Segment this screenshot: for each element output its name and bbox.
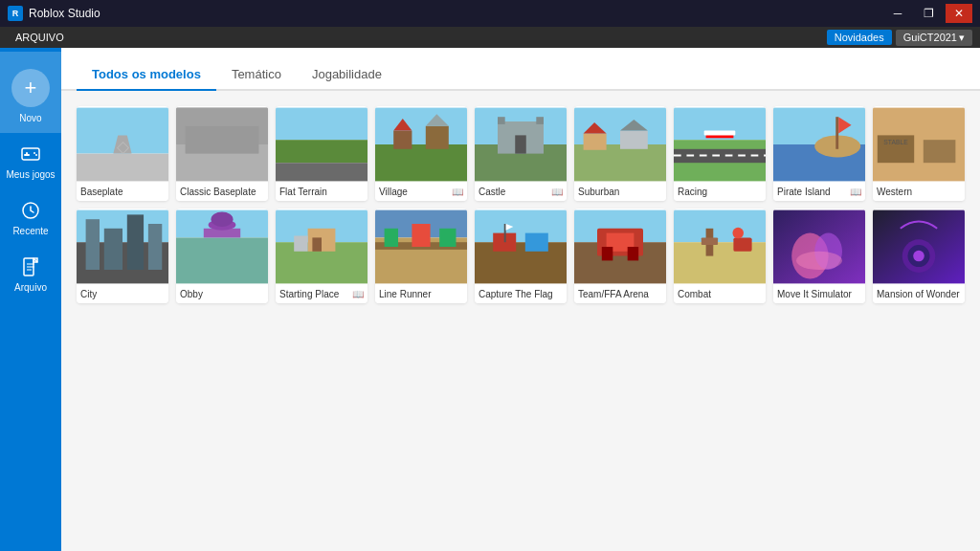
template-card-village[interactable]: Village📖 — [375, 106, 467, 201]
template-label-text-combat: Combat — [678, 289, 711, 299]
template-card-suburban[interactable]: Suburban — [574, 106, 666, 201]
window-controls: ─ ❐ ✕ — [884, 4, 972, 23]
template-label-text-team-ffa-arena: Team/FFA Arena — [578, 289, 649, 299]
svg-rect-57 — [104, 229, 122, 270]
recent-icon — [19, 199, 42, 222]
template-thumb-move-it-simulator — [773, 209, 865, 285]
template-label-text-suburban: Suburban — [578, 187, 619, 197]
restore-button[interactable]: ❐ — [915, 4, 942, 23]
svg-rect-2 — [24, 154, 30, 156]
svg-rect-22 — [375, 144, 467, 181]
mygames-icon — [19, 143, 42, 165]
svg-rect-21 — [375, 108, 467, 144]
svg-rect-87 — [628, 247, 639, 260]
svg-rect-75 — [439, 229, 456, 247]
template-thumb-flat-terrain — [276, 106, 368, 183]
file-icon — [19, 255, 42, 278]
template-card-pirate-island[interactable]: Pirate Island📖 — [773, 106, 865, 201]
svg-rect-86 — [602, 247, 613, 260]
book-icon-village: 📖 — [452, 187, 463, 197]
template-card-mansion-of-wonder[interactable]: Mansion of Wonder — [873, 209, 965, 303]
sidebar-label-new: Novo — [19, 113, 41, 123]
svg-text:◇: ◇ — [117, 137, 130, 156]
template-card-team-ffa-arena[interactable]: Team/FFA Arena — [574, 209, 666, 303]
template-label-combat: Combat — [674, 285, 766, 303]
template-thumb-suburban — [574, 106, 666, 183]
svg-rect-20 — [276, 163, 368, 181]
svg-rect-35 — [584, 133, 607, 149]
template-thumb-city — [77, 209, 168, 285]
svg-rect-69 — [294, 235, 307, 251]
svg-point-93 — [732, 228, 744, 239]
template-label-village: Village📖 — [375, 183, 467, 201]
templates-grid: ◇BaseplateClassic BaseplateFlat TerrainV… — [77, 106, 965, 303]
svg-rect-44 — [704, 131, 736, 136]
svg-point-97 — [796, 252, 842, 270]
template-label-team-ffa-arena: Team/FFA Arena — [574, 285, 666, 303]
menu-bar: ARQUIVO Novidades GuiCT2021 ▾ — [0, 27, 980, 48]
template-card-move-it-simulator[interactable]: Move It Simulator — [773, 209, 865, 303]
app-title: Roblox Studio — [29, 7, 884, 20]
svg-rect-61 — [176, 237, 268, 283]
svg-rect-74 — [412, 224, 430, 247]
template-card-classic-baseplate[interactable]: Classic Baseplate — [176, 106, 268, 201]
template-label-move-it-simulator: Move It Simulator — [773, 285, 865, 303]
sidebar-item-mygames[interactable]: Meus jogos — [0, 133, 61, 189]
template-card-western[interactable]: STABLEWestern — [873, 106, 965, 201]
template-thumb-obby — [176, 209, 268, 285]
template-card-starting-place[interactable]: Starting Place📖 — [276, 209, 368, 303]
template-label-text-baseplate: Baseplate — [80, 187, 122, 197]
sidebar-item-new[interactable]: + Novo — [0, 52, 61, 133]
new-icon: + — [11, 69, 50, 107]
template-label-text-starting-place: Starting Place — [279, 289, 339, 299]
svg-rect-73 — [385, 229, 398, 247]
svg-rect-32 — [515, 135, 526, 153]
template-label-obby: Obby — [176, 285, 268, 303]
template-thumb-classic-baseplate — [176, 106, 268, 183]
book-icon-pirate-island: 📖 — [850, 187, 861, 197]
template-label-text-mansion-of-wonder: Mansion of Wonder — [877, 289, 960, 299]
guict-button[interactable]: GuiCT2021 ▾ — [896, 30, 972, 46]
template-thumb-capture-the-flag — [475, 209, 567, 285]
tab-gameplay[interactable]: Jogabilidade — [297, 59, 397, 91]
template-label-western: Western — [873, 183, 965, 201]
sidebar-item-recent[interactable]: Recente — [0, 189, 61, 246]
novidades-button[interactable]: Novidades — [827, 30, 892, 45]
template-card-racing[interactable]: Racing — [674, 106, 766, 201]
sidebar-label-file: Arquivo — [14, 282, 47, 293]
sidebar: + Novo Meus jogos Rec — [0, 48, 61, 551]
tab-all-models[interactable]: Todos os modelos — [77, 59, 216, 91]
template-card-baseplate[interactable]: ◇Baseplate — [77, 106, 168, 201]
template-thumb-pirate-island — [773, 106, 865, 183]
svg-rect-53 — [924, 140, 956, 163]
menu-arquivo[interactable]: ARQUIVO — [8, 30, 72, 45]
svg-rect-48 — [835, 117, 838, 149]
svg-point-3 — [33, 152, 35, 154]
template-label-classic-baseplate: Classic Baseplate — [176, 183, 268, 201]
close-button[interactable]: ✕ — [946, 4, 972, 23]
template-thumb-castle — [475, 106, 567, 183]
template-label-text-line-runner: Line Runner — [379, 289, 431, 299]
svg-rect-92 — [733, 237, 751, 251]
template-card-castle[interactable]: Castle📖 — [475, 106, 567, 201]
tab-thematic[interactable]: Temático — [216, 59, 297, 91]
template-label-pirate-island: Pirate Island📖 — [773, 183, 865, 201]
template-card-line-runner[interactable]: Line Runner — [375, 209, 467, 303]
template-thumb-western: STABLE — [873, 106, 965, 183]
svg-rect-88 — [674, 210, 766, 243]
sidebar-label-mygames: Meus jogos — [6, 169, 55, 180]
app-logo: R — [8, 6, 23, 21]
sidebar-item-file[interactable]: Arquivo — [0, 246, 61, 302]
template-card-combat[interactable]: Combat — [674, 209, 766, 303]
template-card-capture-the-flag[interactable]: Capture The Flag — [475, 209, 567, 303]
template-label-text-castle: Castle — [479, 187, 505, 197]
minimize-button[interactable]: ─ — [884, 4, 911, 23]
template-card-obby[interactable]: Obby — [176, 209, 268, 303]
template-label-baseplate: Baseplate — [77, 183, 168, 201]
svg-rect-58 — [127, 214, 144, 270]
content-area: Todos os modelos Temático Jogabilidade ◇… — [61, 48, 980, 551]
tabs-bar: Todos os modelos Temático Jogabilidade — [61, 48, 980, 91]
template-card-flat-terrain[interactable]: Flat Terrain — [276, 106, 368, 201]
svg-text:STABLE: STABLE — [883, 139, 908, 145]
template-card-city[interactable]: City — [77, 209, 168, 303]
